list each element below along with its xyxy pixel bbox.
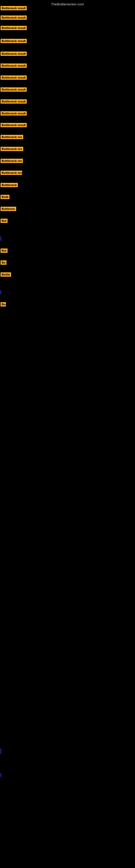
bottleneck-badge-12[interactable]: Bottleneck res [1,135,23,139]
bottleneck-badge-5[interactable]: Bottleneck result [1,52,27,56]
bottleneck-badge-3[interactable]: Bottleneck result [1,26,27,30]
bottleneck-badge-6[interactable]: Bottleneck result [1,63,27,68]
bottleneck-badge-7[interactable]: Bottleneck result [1,75,27,80]
bottleneck-badge-22[interactable]: Bo [1,260,6,265]
bottleneck-badge-8[interactable]: Bottleneck result [1,87,27,92]
bottleneck-badge-10[interactable]: Bottleneck result [1,111,27,116]
bottleneck-badge-19[interactable]: Bot [1,219,8,223]
bottleneck-badge-1[interactable]: Bottleneck result [1,6,27,10]
bottleneck-badge-21[interactable]: Bot [1,248,8,253]
bottleneck-badge-14[interactable]: Bottleneck res [1,159,23,163]
bottleneck-badge-13[interactable]: Bottleneck res [1,147,23,151]
vertical-line-indicator [1,749,1,753]
bottleneck-badge-9[interactable]: Bottleneck result [1,99,27,104]
bottleneck-badge-18[interactable]: Bottlenec [1,207,16,211]
bottleneck-badge-2[interactable]: Bottleneck result [1,16,27,20]
bottleneck-badge-4[interactable]: Bottleneck result [1,39,27,43]
bottleneck-badge-25[interactable]: Bo [1,302,6,307]
vertical-line-indicator [1,290,1,294]
bottleneck-badge-17[interactable]: Bottl [1,195,9,199]
bottleneck-badge-11[interactable]: Bottleneck result [1,123,27,127]
bottleneck-badge-16[interactable]: Bottleneck [1,183,18,187]
bottleneck-badge-15[interactable]: Bottleneck res [1,170,22,175]
vertical-line-indicator [1,773,1,777]
bottleneck-badge-23[interactable]: Bottle [1,272,11,277]
vertical-line-indicator [1,237,1,241]
